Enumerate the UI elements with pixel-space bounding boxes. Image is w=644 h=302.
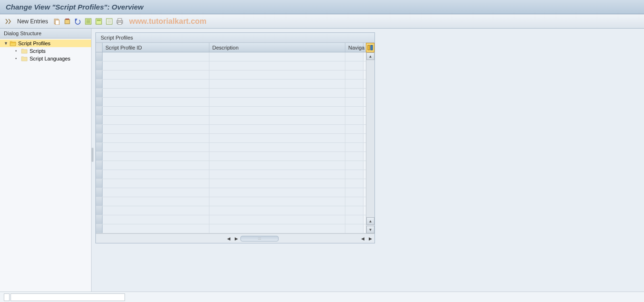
cell-profile-id[interactable] bbox=[103, 134, 209, 142]
cell-profile-id[interactable] bbox=[103, 98, 209, 106]
cell-description[interactable] bbox=[209, 188, 345, 197]
scroll-thumb[interactable]: ::: bbox=[240, 236, 279, 242]
table-row[interactable] bbox=[96, 125, 366, 134]
undo-icon[interactable] bbox=[73, 17, 83, 26]
cell-description[interactable] bbox=[209, 61, 345, 70]
table-row[interactable] bbox=[96, 215, 366, 224]
column-header-description[interactable]: Description bbox=[209, 43, 345, 52]
cell-profile-id[interactable] bbox=[103, 125, 209, 133]
row-selector[interactable] bbox=[96, 70, 103, 79]
tree-item-script-languages[interactable]: • Script Languages bbox=[0, 55, 91, 62]
scroll-up-icon[interactable]: ▲ bbox=[366, 52, 374, 60]
cell-description[interactable] bbox=[209, 70, 345, 79]
table-row[interactable] bbox=[96, 89, 366, 98]
scroll-left-icon[interactable]: ◀ bbox=[225, 235, 232, 242]
cell-description[interactable] bbox=[209, 89, 345, 97]
scroll-left-icon[interactable]: ◀ bbox=[359, 235, 366, 242]
cell-description[interactable] bbox=[209, 116, 345, 124]
cell-navigation[interactable] bbox=[345, 197, 364, 206]
cell-profile-id[interactable] bbox=[103, 152, 209, 161]
row-selector[interactable] bbox=[96, 80, 103, 88]
row-selector[interactable] bbox=[96, 161, 103, 170]
cell-description[interactable] bbox=[209, 206, 345, 215]
table-row[interactable] bbox=[96, 143, 366, 152]
cell-navigation[interactable] bbox=[345, 116, 364, 124]
row-selector[interactable] bbox=[96, 134, 103, 142]
cell-navigation[interactable] bbox=[345, 80, 364, 88]
row-selector[interactable] bbox=[96, 143, 103, 151]
table-row[interactable] bbox=[96, 170, 366, 179]
cell-navigation[interactable] bbox=[345, 152, 364, 161]
cell-navigation[interactable] bbox=[345, 107, 364, 115]
cell-description[interactable] bbox=[209, 152, 345, 161]
cell-navigation[interactable] bbox=[345, 206, 364, 215]
table-row[interactable] bbox=[96, 134, 366, 143]
table-row[interactable] bbox=[96, 188, 366, 197]
cell-navigation[interactable] bbox=[345, 170, 364, 179]
cell-description[interactable] bbox=[209, 197, 345, 206]
table-row[interactable] bbox=[96, 70, 366, 80]
cell-profile-id[interactable] bbox=[103, 107, 209, 115]
tree-item-scripts[interactable]: • Scripts bbox=[0, 47, 91, 55]
row-selector[interactable] bbox=[96, 52, 103, 61]
scroll-down-icon[interactable]: ▼ bbox=[366, 226, 374, 233]
cell-navigation[interactable] bbox=[345, 188, 364, 197]
tree-collapse-icon[interactable]: ▼ bbox=[4, 41, 9, 46]
table-row[interactable] bbox=[96, 52, 366, 61]
cell-description[interactable] bbox=[209, 161, 345, 170]
cell-navigation[interactable] bbox=[345, 224, 364, 233]
table-row[interactable] bbox=[96, 116, 366, 125]
cell-profile-id[interactable] bbox=[103, 224, 209, 233]
cell-navigation[interactable] bbox=[345, 52, 364, 61]
row-selector[interactable] bbox=[96, 98, 103, 106]
cell-description[interactable] bbox=[209, 52, 345, 61]
cell-profile-id[interactable] bbox=[103, 89, 209, 97]
cell-profile-id[interactable] bbox=[103, 52, 209, 61]
deselect-all-icon[interactable] bbox=[104, 17, 114, 26]
status-indicator[interactable] bbox=[4, 293, 10, 301]
cell-description[interactable] bbox=[209, 224, 345, 233]
cell-navigation[interactable] bbox=[345, 89, 364, 97]
cell-description[interactable] bbox=[209, 170, 345, 179]
row-selector[interactable] bbox=[96, 197, 103, 206]
row-selector[interactable] bbox=[96, 224, 103, 233]
vertical-scrollbar[interactable]: ▲ ▲ ▼ bbox=[366, 52, 374, 233]
cell-navigation[interactable] bbox=[345, 98, 364, 106]
cell-description[interactable] bbox=[209, 125, 345, 133]
row-selector[interactable] bbox=[96, 170, 103, 179]
cell-profile-id[interactable] bbox=[103, 161, 209, 170]
row-selector[interactable] bbox=[96, 116, 103, 124]
cell-profile-id[interactable] bbox=[103, 215, 209, 224]
cell-navigation[interactable] bbox=[345, 179, 364, 188]
cell-navigation[interactable] bbox=[345, 143, 364, 151]
cell-description[interactable] bbox=[209, 179, 345, 188]
cell-profile-id[interactable] bbox=[103, 61, 209, 70]
table-config-icon[interactable] bbox=[366, 43, 374, 52]
copy-icon[interactable] bbox=[52, 17, 62, 26]
cell-profile-id[interactable] bbox=[103, 179, 209, 188]
cell-profile-id[interactable] bbox=[103, 70, 209, 79]
table-row[interactable] bbox=[96, 197, 366, 206]
cell-profile-id[interactable] bbox=[103, 143, 209, 151]
cell-profile-id[interactable] bbox=[103, 80, 209, 88]
scroll-down-icon[interactable]: ▲ bbox=[366, 217, 374, 225]
table-row[interactable] bbox=[96, 161, 366, 170]
cell-description[interactable] bbox=[209, 107, 345, 115]
row-selector[interactable] bbox=[96, 206, 103, 215]
cell-navigation[interactable] bbox=[345, 70, 364, 79]
cell-profile-id[interactable] bbox=[103, 197, 209, 206]
row-selector[interactable] bbox=[96, 152, 103, 161]
print-icon[interactable] bbox=[115, 17, 125, 26]
select-all-icon[interactable] bbox=[83, 17, 93, 26]
cell-description[interactable] bbox=[209, 80, 345, 88]
row-selector[interactable] bbox=[96, 125, 103, 133]
cell-description[interactable] bbox=[209, 134, 345, 142]
cell-profile-id[interactable] bbox=[103, 188, 209, 197]
row-selector-header[interactable] bbox=[96, 43, 103, 52]
select-block-icon[interactable] bbox=[94, 17, 104, 26]
cell-navigation[interactable] bbox=[345, 125, 364, 133]
cell-navigation[interactable] bbox=[345, 61, 364, 70]
column-header-profile-id[interactable]: Script Profile ID bbox=[103, 43, 209, 52]
table-row[interactable] bbox=[96, 179, 366, 188]
scroll-right-icon[interactable]: ▶ bbox=[233, 235, 239, 242]
